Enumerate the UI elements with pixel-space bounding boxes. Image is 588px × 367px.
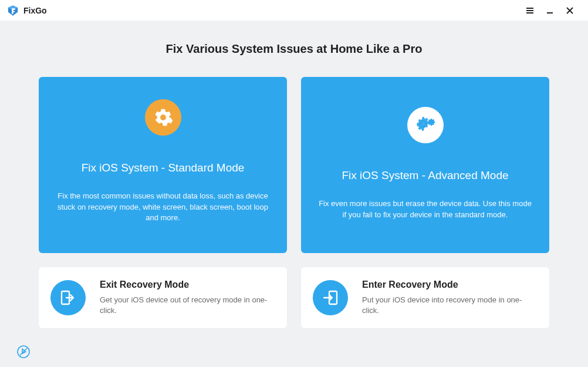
- card-advanced-mode[interactable]: Fix iOS System - Advanced Mode Fix even …: [301, 77, 549, 253]
- hamburger-menu-icon[interactable]: [520, 0, 540, 21]
- card-exit-title: Exit Recovery Mode: [100, 280, 275, 290]
- card-standard-desc: Fix the most common issues without data …: [55, 191, 271, 224]
- exit-icon: [50, 280, 86, 315]
- app-logo-icon: [7, 5, 19, 16]
- card-enter-title: Enter Recovery Mode: [362, 280, 538, 290]
- svg-rect-1: [526, 10, 533, 11]
- page-title: Fix Various System Issues at Home Like a…: [0, 42, 588, 56]
- app-title: FixGo: [23, 6, 47, 15]
- gears-icon: [407, 107, 444, 143]
- card-standard-mode[interactable]: Fix iOS System - Standard Mode Fix the m…: [39, 77, 287, 253]
- close-button[interactable]: [560, 0, 580, 21]
- card-advanced-desc: Fix even more issues but erase the devic…: [317, 198, 533, 221]
- card-enter-recovery[interactable]: Enter Recovery Mode Put your iOS device …: [301, 267, 549, 328]
- svg-rect-0: [526, 8, 533, 9]
- enter-icon: [313, 280, 348, 315]
- gear-icon: [145, 99, 181, 136]
- card-exit-recovery[interactable]: Exit Recovery Mode Get your iOS device o…: [39, 267, 287, 328]
- feedback-icon[interactable]: [16, 345, 31, 359]
- card-advanced-title: Fix iOS System - Advanced Mode: [342, 169, 508, 182]
- card-enter-desc: Put your iOS device into recovery mode i…: [362, 295, 538, 316]
- card-grid: Fix iOS System - Standard Mode Fix the m…: [0, 77, 588, 328]
- svg-rect-2: [526, 12, 533, 14]
- card-standard-title: Fix iOS System - Standard Mode: [82, 161, 245, 174]
- minimize-button[interactable]: [540, 0, 560, 21]
- card-exit-desc: Get your iOS device out of recovery mode…: [100, 295, 275, 316]
- titlebar: FixGo: [0, 0, 588, 21]
- svg-rect-3: [547, 12, 553, 14]
